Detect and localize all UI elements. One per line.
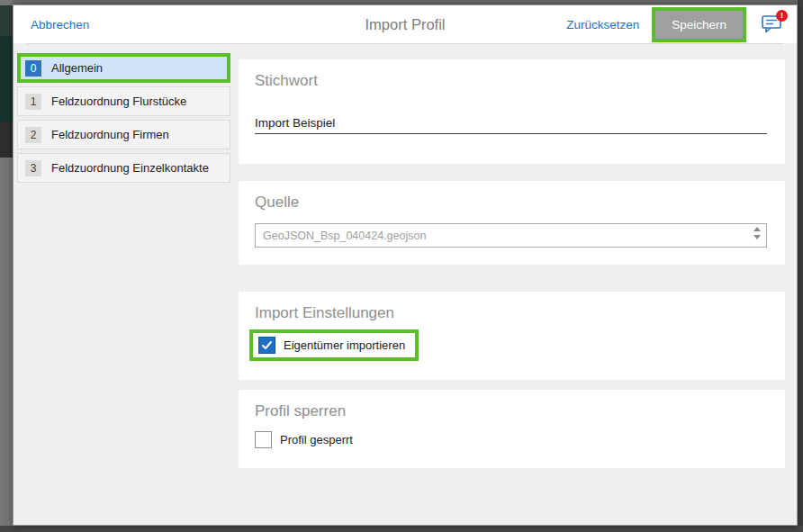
- quelle-selected-option: GeoJSON_Bsp_040424.geojson: [263, 230, 426, 242]
- eigentuemer-importieren-checkbox-row[interactable]: Eigentümer importieren: [249, 329, 419, 361]
- backdrop-left-segment-dark: [0, 5, 13, 36]
- profil-gesperrt-checkbox[interactable]: [255, 431, 272, 448]
- step-number-badge: 3: [25, 160, 41, 176]
- sidebar-item-label: Feldzuordnung Flurstücke: [51, 95, 186, 108]
- eigentuemer-importieren-checkbox[interactable]: [258, 337, 275, 354]
- backdrop-right-strip: [798, 0, 803, 532]
- backdrop-left-segment-charcoal: [0, 122, 13, 158]
- cancel-button[interactable]: Abbrechen: [31, 18, 89, 32]
- sidebar-item-feldzuordnung-flurstuecke[interactable]: 1 Feldzuordnung Flurstücke: [17, 86, 230, 116]
- form-content: Stichwort Quelle GeoJSON_Bsp_040424.geoj…: [239, 43, 785, 468]
- backdrop-left-segment-teal: [0, 36, 13, 122]
- section-title: Stichwort: [255, 72, 767, 90]
- checkmark-icon: [261, 339, 273, 351]
- save-button[interactable]: Speichern: [655, 11, 743, 39]
- sidebar-item-feldzuordnung-einzelkontakte[interactable]: 3 Feldzuordnung Einzelkontakte: [17, 153, 230, 183]
- section-profil-sperren: Profil sperren Profil gesperrt: [239, 390, 785, 468]
- sidebar-item-allgemein[interactable]: 0 Allgemein: [17, 53, 230, 83]
- save-button-highlight: Speichern: [652, 7, 746, 42]
- backdrop-bottom-strip: [0, 526, 803, 532]
- section-stichwort: Stichwort: [239, 59, 785, 164]
- toolbar-right-group: Zurücksetzen Speichern !: [566, 7, 786, 42]
- section-title: Profil sperren: [255, 402, 767, 420]
- notification-badge: !: [776, 10, 788, 22]
- section-title: Quelle: [255, 194, 767, 212]
- spinner-up-icon[interactable]: [753, 227, 761, 231]
- reset-button[interactable]: Zurücksetzen: [566, 18, 639, 32]
- sidebar-item-label: Feldzuordnung Einzelkontakte: [51, 161, 209, 175]
- sidebar-item-label: Feldzuordnung Firmen: [51, 128, 169, 141]
- step-nav: 0 Allgemein 1 Feldzuordnung Flurstücke 2…: [17, 53, 230, 186]
- dialog-toolbar: Abbrechen Import Profil Zurücksetzen Spe…: [14, 5, 797, 43]
- sidebar-item-label: Allgemein: [51, 61, 103, 75]
- checkbox-label: Profil gesperrt: [280, 433, 353, 446]
- spinner-down-icon[interactable]: [753, 235, 761, 239]
- checkbox-label: Eigentümer importieren: [284, 338, 405, 352]
- profil-gesperrt-checkbox-row[interactable]: Profil gesperrt: [255, 431, 353, 448]
- quelle-select[interactable]: GeoJSON_Bsp_040424.geojson: [255, 223, 767, 248]
- step-number-badge: 1: [25, 94, 41, 110]
- feedback-button[interactable]: !: [759, 11, 786, 38]
- import-profile-dialog: Abbrechen Import Profil Zurücksetzen Spe…: [13, 5, 798, 526]
- spinner-arrows-icon[interactable]: [753, 227, 761, 239]
- section-import-einstellungen: Import Einstellungen Eigentümer importie…: [239, 292, 785, 380]
- step-number-badge: 2: [25, 127, 41, 143]
- sidebar-item-feldzuordnung-firmen[interactable]: 2 Feldzuordnung Firmen: [17, 120, 230, 149]
- section-quelle: Quelle GeoJSON_Bsp_040424.geojson: [239, 181, 785, 265]
- stichwort-input[interactable]: [255, 114, 767, 134]
- section-title: Import Einstellungen: [255, 304, 767, 322]
- step-number-badge: 0: [25, 60, 41, 77]
